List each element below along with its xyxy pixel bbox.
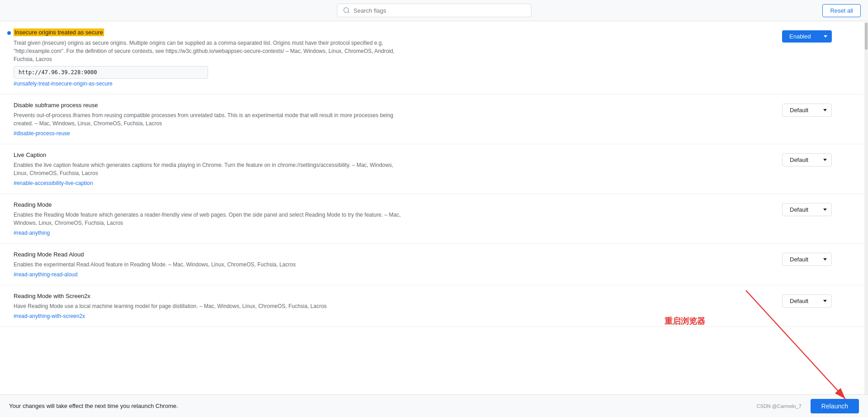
flag-dropdown-default[interactable]: Default [782,203,832,216]
flag-description: Prevents out-of-process iframes from reu… [14,111,407,128]
svg-line-1 [348,12,349,13]
flag-link[interactable]: #enable-accessibility-live-caption [14,180,407,186]
search-input[interactable] [354,7,526,14]
flag-title: Insecure origins treated as secure [14,28,407,36]
csdn-label: CSDN @Carmelo_7 [757,403,802,409]
flag-item-reading-mode-read-aloud: Reading Mode Read Aloud Enables the expe… [0,244,868,285]
chevron-down-icon [824,35,827,38]
flag-text-input[interactable] [14,66,208,79]
flag-dropdown-default[interactable]: Default [782,104,832,117]
reset-all-button[interactable]: Reset all [822,4,861,17]
flag-description: Enables the live caption feature which g… [14,161,407,177]
chevron-down-icon [823,300,827,302]
flag-dropdown-default[interactable]: Default [782,253,832,266]
flag-active-dot [7,31,11,35]
flag-description: Have Reading Mode use a local machine le… [14,302,407,310]
flag-title: Reading Mode with Screen2x [14,293,407,299]
flag-link[interactable]: #unsafely-treat-insecure-origin-as-secur… [14,81,407,87]
flag-description: Enables the experimental Read Aloud feat… [14,261,407,269]
flag-item-reading-mode: Reading Mode Enables the Reading Mode fe… [0,194,868,244]
flags-list: Insecure origins treated as secure Treat… [0,21,868,393]
flag-description: Treat given (insecure) origins as secure… [14,39,407,63]
chevron-down-icon [823,258,827,261]
flag-description: Enables the Reading Mode feature which g… [14,211,407,227]
chevron-down-icon [823,109,827,111]
flag-item-reading-mode-screen2x: Reading Mode with Screen2x Have Reading … [0,285,868,327]
relaunch-button[interactable]: Relaunch [811,399,859,413]
flag-item-live-caption: Live Caption Enables the live caption fe… [0,144,868,194]
flag-link[interactable]: #read-anything-with-screen2x [14,313,407,319]
flag-item-disable-subframe: Disable subframe process reuse Prevents … [0,95,868,144]
flag-link[interactable]: #read-anything-read-aloud [14,271,407,278]
flag-input-row [14,66,407,79]
bottom-bar: Your changes will take effect the next t… [0,394,868,417]
bottom-message: Your changes will take effect the next t… [9,403,178,409]
header: Reset all [0,0,868,21]
flag-title: Live Caption [14,152,407,158]
flag-dropdown-default[interactable]: Default [782,294,832,308]
flag-title: Disable subframe process reuse [14,102,407,109]
flag-link[interactable]: #read-anything [14,230,407,236]
flag-title: Reading Mode Read Aloud [14,251,407,258]
flag-dropdown-enabled[interactable]: Enabled [782,30,832,43]
scrollbar-track [864,22,868,394]
flag-title: Reading Mode [14,201,407,208]
svg-point-0 [344,8,349,13]
search-icon [343,7,350,14]
chevron-down-icon [823,208,827,211]
flag-link[interactable]: #disable-process-reuse [14,130,407,137]
scrollbar-thumb[interactable] [865,23,868,50]
flag-dropdown-default[interactable]: Default [782,153,832,166]
flag-item-insecure-origins: Insecure origins treated as secure Treat… [0,21,868,95]
chevron-down-icon [823,159,827,161]
search-bar [337,4,531,17]
